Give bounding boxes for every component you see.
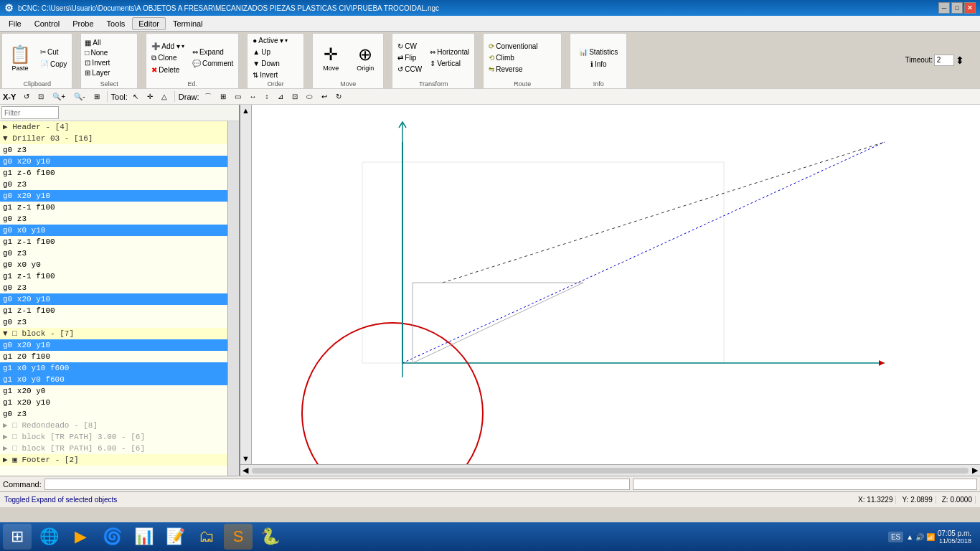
menu-editor[interactable]: Editor (132, 17, 166, 30)
list-item[interactable]: g0 x0 y10 (0, 225, 227, 236)
draw-btn4[interactable]: ↔ (246, 91, 260, 102)
list-item[interactable]: g1 z-1 f100 (0, 270, 227, 282)
draw-btn7[interactable]: ⊡ (288, 91, 301, 102)
clock-area[interactable]: 07:05 p.m. 11/05/2018 (938, 529, 971, 545)
list-item[interactable]: g1 z0 f100 (0, 351, 227, 362)
list-item[interactable]: ▶ □ block [TR PATH] 3.00 - [6] (0, 431, 227, 443)
scroll-down-btn[interactable]: ▼ (240, 453, 251, 464)
list-item[interactable]: g0 x20 y10 (0, 156, 227, 167)
draw-btn6[interactable]: ⊿ (274, 91, 287, 102)
start-button[interactable]: ⊞ (3, 524, 32, 550)
menu-probe[interactable]: Probe (67, 18, 99, 29)
move-button[interactable]: ✛ Move (315, 37, 347, 80)
taskbar-word[interactable]: 📝 (161, 524, 189, 550)
zoom-fit-button[interactable]: ⊡ (34, 91, 47, 102)
statistics-button[interactable]: 📊 Statistics (576, 47, 621, 57)
cut-button[interactable]: ✂ Cut (37, 47, 70, 57)
copy-button[interactable]: 📄 Copy (37, 59, 70, 70)
active-button[interactable]: ● Active ▾ (250, 35, 291, 46)
draw-btn3[interactable]: ▭ (231, 91, 245, 102)
paste-button[interactable]: 📋 Paste (4, 37, 36, 80)
minimize-button[interactable]: ─ (938, 2, 950, 14)
draw-btn5[interactable]: ↕ (262, 91, 273, 102)
filter-input[interactable] (1, 106, 59, 119)
list-item[interactable]: g0 z3 (0, 316, 227, 328)
taskbar-excel[interactable]: 📊 (129, 524, 158, 550)
timeout-spinner[interactable]: ⬍ (956, 55, 964, 66)
list-item[interactable]: g1 x0 y10 f600 (0, 362, 227, 374)
list-item[interactable]: g0 z3 (0, 213, 227, 225)
zoom-in-button[interactable]: 🔍+ (49, 91, 69, 102)
reverse-button[interactable]: ⇋ Reverse (486, 64, 540, 75)
list-item[interactable]: g0 z3 (0, 282, 227, 293)
list-item[interactable]: g1 z-1 f100 (0, 202, 227, 213)
command-input[interactable] (44, 479, 630, 490)
vertical-button[interactable]: ⇕ Vertical (427, 58, 472, 69)
list-item[interactable]: g1 z-6 f100 (0, 167, 227, 179)
tool-rotate-button[interactable]: △ (158, 91, 171, 102)
canvas-area[interactable] (252, 105, 980, 464)
list-item[interactable]: ▶ Header - [4] (0, 121, 227, 133)
list-item[interactable]: ▼ □ block - [7] (0, 328, 227, 339)
conventional-button[interactable]: ⟳ Conventional (486, 41, 540, 52)
up-button[interactable]: ▲ Up (250, 47, 291, 57)
vscrollbar-left[interactable]: ▲ ▼ (240, 105, 252, 464)
taskbar-explorer[interactable]: 🗂 (192, 524, 221, 550)
none-button[interactable]: □ None (83, 48, 111, 57)
zoom-select-button[interactable]: ⊞ (90, 91, 103, 102)
list-item[interactable]: g0 z3 (0, 179, 227, 190)
list-item[interactable]: ▶ □ Redondeado - [8] (0, 420, 227, 431)
origin-button[interactable]: ⊕ Origin (349, 37, 381, 80)
list-item[interactable]: g0 x20 y10 (0, 190, 227, 202)
taskbar-chrome[interactable]: 🌀 (98, 524, 126, 550)
list-item[interactable]: g0 x20 y10 (0, 339, 227, 351)
list-item[interactable]: g1 z-1 f100 (0, 305, 227, 316)
horizontal-button[interactable]: ⇔ Horizontal (427, 47, 472, 57)
invert-button[interactable]: ⊡ Invert (83, 58, 111, 67)
add-button[interactable]: ➕ Add ▾ (149, 41, 187, 52)
list-item[interactable]: ▶ ▣ Footer - [2] (0, 454, 227, 466)
scroll-right-btn[interactable]: ▶ (970, 466, 980, 475)
taskbar-sublime[interactable]: S (224, 524, 253, 550)
ccw-button[interactable]: ↺ CCW (395, 64, 425, 75)
menu-file[interactable]: File (3, 18, 27, 29)
invert2-button[interactable]: ⇅ Invert (250, 70, 291, 80)
scroll-up-btn[interactable]: ▲ (240, 105, 251, 116)
cw-button[interactable]: ↻ CW (395, 41, 425, 52)
draw-btn10[interactable]: ↻ (332, 91, 345, 102)
clone-button[interactable]: ⧉ Clone (149, 52, 187, 64)
list-item[interactable]: g1 x20 y10 (0, 397, 227, 408)
layer-button[interactable]: ⊞ Layer (83, 68, 111, 77)
taskbar-python[interactable]: 🐍 (255, 524, 284, 550)
menu-tools[interactable]: Tools (101, 18, 131, 29)
code-vscrollbar[interactable] (227, 121, 239, 476)
draw-btn1[interactable]: ⌒ (201, 90, 215, 103)
list-item[interactable]: ▼ Driller 03 - [16] (0, 133, 227, 144)
list-item[interactable]: g1 x0 y0 f600 (0, 374, 227, 385)
down-button[interactable]: ▼ Down (250, 58, 291, 69)
hscroll-thumb[interactable] (252, 468, 969, 474)
list-item[interactable]: ▶ □ block [TR PATH] 6.00 - [6] (0, 443, 227, 454)
list-item[interactable]: g0 z3 (0, 408, 227, 420)
taskbar-ie[interactable]: 🌐 (34, 524, 63, 550)
all-button[interactable]: ▦ All (83, 38, 111, 47)
maximize-button[interactable]: □ (951, 2, 963, 14)
info-button[interactable]: ℹ Info (588, 59, 610, 70)
comment-button[interactable]: 💬 Comment (189, 58, 236, 69)
expand-button[interactable]: ⇔ Expand (189, 47, 236, 57)
zoom-out-button[interactable]: 🔍- (70, 91, 88, 102)
menu-terminal[interactable]: Terminal (167, 18, 209, 29)
draw-btn9[interactable]: ↩ (318, 91, 331, 102)
draw-btn2[interactable]: ⊞ (217, 91, 230, 102)
list-item[interactable]: g0 x20 y10 (0, 293, 227, 305)
tool-select-button[interactable]: ↖ (129, 91, 142, 102)
close-button[interactable]: ✕ (964, 2, 976, 14)
menu-control[interactable]: Control (29, 18, 65, 29)
climb-button[interactable]: ⟲ Climb (486, 52, 540, 63)
tool-move-button[interactable]: ✛ (143, 91, 156, 102)
draw-btn8[interactable]: ⬭ (303, 91, 316, 103)
scroll-left-btn[interactable]: ◀ (240, 466, 250, 475)
taskbar-media[interactable]: ▶ (66, 524, 95, 550)
delete-button[interactable]: ✖ Delete (149, 65, 187, 75)
list-item[interactable]: g1 z-1 f100 (0, 236, 227, 248)
